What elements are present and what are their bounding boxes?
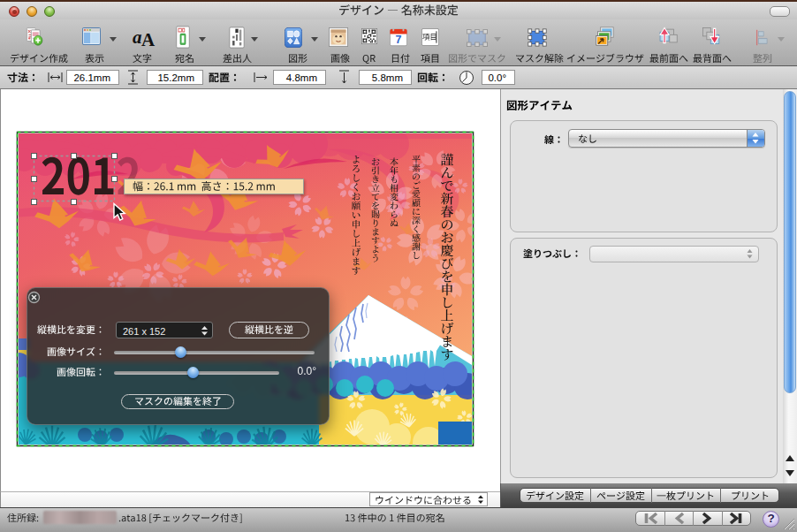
- svg-text:7: 7: [396, 34, 402, 46]
